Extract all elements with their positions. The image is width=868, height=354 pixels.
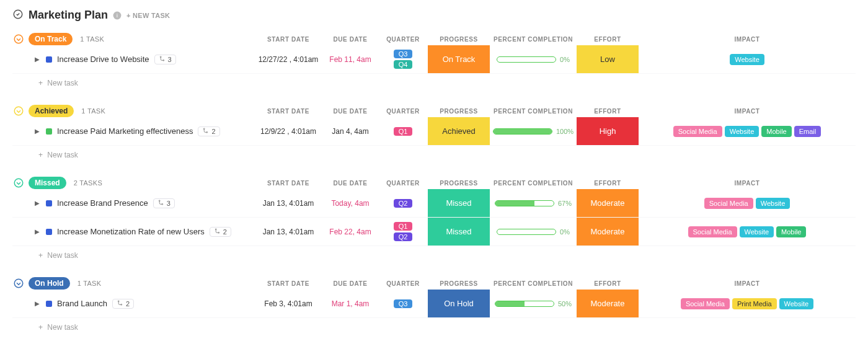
percent-cell[interactable]: 67% [490, 200, 577, 207]
impact-tag[interactable]: Social Media [688, 226, 737, 237]
effort-cell[interactable]: Moderate [577, 189, 639, 217]
col-impact: IMPACT [639, 36, 856, 43]
task-name[interactable]: Increase Brand Presence [57, 198, 148, 208]
impact-tag[interactable]: Social Media [704, 198, 753, 209]
quarter-cell[interactable]: Q3 [378, 299, 428, 308]
start-date-cell[interactable]: Feb 3, 4:01am [254, 299, 322, 308]
quarter-badge[interactable]: Q1 [394, 127, 413, 136]
col-effort: EFFORT [577, 280, 639, 287]
task-name[interactable]: Brand Launch [57, 299, 107, 308]
quarter-badge[interactable]: Q3 [394, 50, 413, 58]
due-date-cell[interactable]: Mar 1, 4am [322, 299, 378, 308]
quarter-cell[interactable]: Q1 [378, 127, 428, 136]
subtasks-chip[interactable]: 3 [153, 198, 175, 208]
expand-icon[interactable]: ▶ [35, 56, 41, 63]
quarter-cell[interactable]: Q2 [378, 199, 428, 208]
task-name[interactable]: Increase Monetization Rate of new Users [57, 227, 205, 236]
task-row[interactable]: ▶ Increase Paid Marketing effectiveness … [12, 117, 856, 146]
effort-cell[interactable]: Moderate [577, 218, 639, 246]
quarter-badge[interactable]: Q1 [394, 222, 413, 231]
effort-cell[interactable]: High [577, 117, 639, 145]
expand-icon[interactable]: ▶ [35, 128, 41, 135]
impact-tag[interactable]: Mobile [776, 226, 806, 237]
due-date-cell[interactable]: Today, 4am [322, 199, 378, 208]
effort-cell[interactable]: Low [577, 45, 639, 73]
impact-cell[interactable]: Website [639, 54, 856, 65]
info-icon[interactable]: i [113, 11, 122, 20]
task-row[interactable]: ▶ Increase Drive to Website 3 12/27/22 ,… [12, 45, 856, 74]
expand-icon[interactable]: ▶ [35, 228, 41, 235]
due-date-cell[interactable]: Feb 11, 4am [322, 55, 378, 64]
impact-tag[interactable]: Website [740, 226, 774, 237]
impact-cell[interactable]: Social MediaPrint MediaWebsite [639, 298, 856, 309]
start-date-cell[interactable]: 12/9/22 , 4:01am [254, 127, 322, 136]
start-date-cell[interactable]: 12/27/22 , 4:01am [254, 55, 322, 64]
collapse-all-icon[interactable] [12, 9, 24, 22]
group-collapse-icon[interactable] [12, 33, 25, 45]
quarter-cell[interactable]: Q3Q4 [378, 50, 428, 69]
expand-icon[interactable]: ▶ [35, 200, 41, 206]
quarter-cell[interactable]: Q1Q2 [378, 222, 428, 241]
subtasks-chip[interactable]: 3 [154, 55, 176, 64]
col-percent: PERCENT COMPLETION [490, 180, 577, 187]
impact-tag[interactable]: Email [794, 126, 822, 137]
impact-tag[interactable]: Mobile [761, 126, 791, 137]
impact-cell[interactable]: Social MediaWebsiteMobile [639, 226, 856, 237]
group-header: On Track 1 TASK START DATE DUE DATE QUAR… [12, 33, 856, 45]
effort-cell[interactable]: Moderate [577, 290, 639, 317]
impact-tag[interactable]: Print Media [732, 298, 777, 309]
impact-tag[interactable]: Social Media [673, 126, 722, 137]
group-collapse-icon[interactable] [12, 177, 25, 189]
progress-cell[interactable]: Missed [428, 218, 490, 246]
group-task-count: 1 TASK [81, 107, 105, 115]
impact-tag[interactable]: Website [779, 298, 814, 309]
task-name-cell: ▶ Increase Paid Marketing effectiveness … [12, 117, 254, 145]
column-headers: START DATE DUE DATE QUARTER PROGRESS PER… [254, 108, 856, 115]
percent-cell[interactable]: 0% [490, 228, 577, 236]
start-date-cell[interactable]: Jan 13, 4:01am [254, 199, 322, 208]
expand-icon[interactable]: ▶ [35, 300, 41, 307]
task-name[interactable]: Increase Drive to Website [57, 55, 149, 64]
group-collapse-icon[interactable] [12, 277, 25, 290]
subtasks-chip[interactable]: 2 [210, 227, 231, 237]
group-collapse-icon[interactable] [12, 105, 25, 117]
new-task-row[interactable]: + New task [12, 318, 856, 332]
impact-cell[interactable]: Social MediaWebsiteMobileEmail [639, 126, 856, 137]
new-task-row[interactable]: + New task [12, 146, 856, 159]
group-status-pill[interactable]: Missed [29, 177, 66, 189]
percent-cell[interactable]: 100% [490, 128, 577, 135]
quarter-badge[interactable]: Q2 [394, 232, 413, 241]
subtasks-chip[interactable]: 2 [112, 299, 134, 309]
subtasks-chip[interactable]: 2 [198, 126, 219, 136]
group-status-pill[interactable]: Achieved [29, 105, 74, 117]
new-task-button[interactable]: + NEW TASK [126, 12, 170, 19]
progress-cell[interactable]: On Hold [428, 290, 490, 317]
col-progress: PROGRESS [428, 108, 490, 115]
task-name[interactable]: Increase Paid Marketing effectiveness [57, 126, 193, 136]
percent-cell[interactable]: 50% [490, 300, 577, 308]
quarter-badge[interactable]: Q3 [394, 299, 413, 308]
percent-cell[interactable]: 0% [490, 56, 577, 63]
progress-cell[interactable]: On Track [428, 45, 490, 73]
impact-tag[interactable]: Website [725, 126, 760, 137]
new-task-row[interactable]: + New task [12, 74, 856, 87]
progress-cell[interactable]: Achieved [428, 117, 490, 145]
new-task-row[interactable]: + New task [12, 246, 856, 260]
group-status-pill[interactable]: On Track [29, 33, 73, 45]
progress-cell[interactable]: Missed [428, 189, 490, 217]
start-date-cell[interactable]: Jan 13, 4:01am [254, 228, 322, 236]
progress-badge: Missed [428, 218, 490, 246]
group-status-pill[interactable]: On Hold [29, 277, 70, 290]
impact-tag[interactable]: Social Media [681, 298, 730, 309]
due-date-cell[interactable]: Feb 22, 4am [322, 228, 378, 236]
svg-point-4 [160, 56, 161, 58]
task-row[interactable]: ▶ Increase Brand Presence 3 Jan 13, 4:01… [12, 189, 856, 218]
quarter-badge[interactable]: Q4 [394, 60, 413, 69]
task-row[interactable]: ▶ Increase Monetization Rate of new User… [12, 218, 856, 246]
due-date-cell[interactable]: Jan 4, 4am [322, 127, 378, 136]
task-row[interactable]: ▶ Brand Launch 2 Feb 3, 4:01am Mar 1, 4a… [12, 290, 856, 318]
impact-cell[interactable]: Social MediaWebsite [639, 198, 856, 209]
quarter-badge[interactable]: Q2 [394, 199, 413, 208]
impact-tag[interactable]: Website [756, 198, 790, 209]
impact-tag[interactable]: Website [730, 54, 764, 65]
